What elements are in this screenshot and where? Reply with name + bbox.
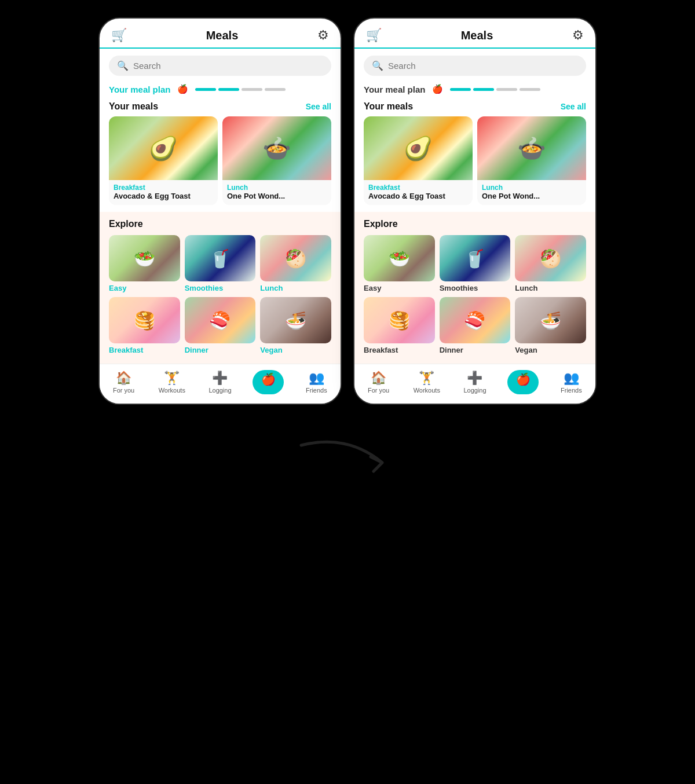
right-your-meals-header: Your meals See all <box>354 99 595 116</box>
explore-item-breakfast[interactable]: 🥞 Breakfast <box>109 297 180 354</box>
right-nav-label-workouts: Workouts <box>414 387 440 394</box>
search-icon: 🔍 <box>117 60 129 71</box>
explore-img-dinner: 🍣 <box>185 297 256 343</box>
right-lunch-image: 🥙 <box>515 235 586 281</box>
right-explore-label-dinner: Dinner <box>440 346 463 354</box>
meal-category-breakfast: Breakfast <box>114 184 213 192</box>
nav-label-logging: Logging <box>209 387 231 394</box>
nav-for-you[interactable]: 🏠 For you <box>107 371 141 394</box>
explore-item-lunch[interactable]: 🥙 Lunch <box>260 235 331 292</box>
right-see-all-button[interactable]: See all <box>561 102 586 111</box>
right-explore-item-easy[interactable]: 🥗 Easy <box>364 235 435 292</box>
right-vegan-image: 🍜 <box>515 297 586 343</box>
right-your-meals-title: Your meals <box>364 101 413 112</box>
right-search-icon: 🔍 <box>372 60 383 71</box>
right-progress-bar-1 <box>450 88 471 91</box>
right-meal-card-lunch[interactable]: Lunch One Pot Wond... <box>477 116 586 205</box>
right-explore-section: Explore 🥗 Easy 🥤 Smoothies <box>354 212 595 364</box>
right-filter-icon[interactable]: ⚙ <box>572 28 584 43</box>
right-cart-icon[interactable]: 🛒 <box>366 28 382 43</box>
right-explore-label-breakfast: Breakfast <box>364 346 398 354</box>
right-explore-img-dinner: 🍣 <box>440 297 511 343</box>
search-bar[interactable]: 🔍 <box>109 56 331 76</box>
nav-workouts[interactable]: 🏋 Workouts <box>155 371 189 394</box>
nav-label-meals: Meals <box>259 386 277 393</box>
breakfast-image: 🥞 <box>109 297 180 343</box>
meal-card-breakfast[interactable]: Breakfast Avocado & Egg Toast <box>109 116 218 205</box>
right-home-icon: 🏠 <box>371 371 386 386</box>
nav-label-workouts: Workouts <box>159 387 185 394</box>
left-phone: 🛒 Meals ⚙ 🔍 Your meal plan 🍎 <box>98 17 342 405</box>
right-nav-label-for-you: For you <box>368 387 389 394</box>
progress-bar-2 <box>218 88 239 91</box>
right-meal-image-pot <box>477 116 586 180</box>
explore-title: Explore <box>109 219 331 229</box>
nav-friends[interactable]: 👥 Friends <box>299 371 334 394</box>
right-explore-item-vegan[interactable]: 🍜 Vegan <box>515 297 586 354</box>
right-nav-for-you[interactable]: 🏠 For you <box>361 371 396 394</box>
right-explore-item-dinner[interactable]: 🍣 Dinner <box>440 297 511 354</box>
right-search-bar[interactable]: 🔍 <box>364 56 586 76</box>
right-meal-card-breakfast[interactable]: Breakfast Avocado & Egg Toast <box>364 116 473 205</box>
phones-row: 🛒 Meals ⚙ 🔍 Your meal plan 🍎 <box>93 0 602 411</box>
explore-item-smoothies[interactable]: 🥤 Smoothies <box>185 235 256 292</box>
your-meals-title: Your meals <box>109 101 158 112</box>
explore-item-easy[interactable]: 🥗 Easy <box>109 235 180 292</box>
logging-icon: ➕ <box>212 371 228 386</box>
right-meal-name-pot: One Pot Wond... <box>482 192 581 200</box>
filter-icon[interactable]: ⚙ <box>317 28 329 43</box>
workouts-icon: 🏋 <box>164 371 180 386</box>
right-meals-pill: 🍎 Meals <box>507 370 539 394</box>
right-explore-item-smoothies[interactable]: 🥤 Smoothies <box>440 235 511 292</box>
meal-image-avocado <box>109 116 218 180</box>
right-apple-icon: 🍎 <box>432 84 443 94</box>
meal-image-pot <box>222 116 331 180</box>
nav-meals[interactable]: 🍎 Meals <box>251 370 286 394</box>
right-meal-info-lunch: Lunch One Pot Wond... <box>477 180 586 205</box>
smoothie-image: 🥤 <box>185 235 256 281</box>
explore-item-vegan[interactable]: 🍜 Vegan <box>260 297 331 354</box>
right-explore-item-breakfast[interactable]: 🥞 Breakfast <box>364 297 435 354</box>
right-salad-image: 🥗 <box>364 235 435 281</box>
right-meal-category-breakfast: Breakfast <box>368 184 468 192</box>
right-phone-wrapper: 🛒 Meals ⚙ 🔍 Your meal plan 🍎 <box>348 12 602 411</box>
explore-item-dinner[interactable]: 🍣 Dinner <box>185 297 256 354</box>
right-nav-logging[interactable]: ➕ Logging <box>458 371 492 394</box>
explore-section: Explore 🥗 Easy 🥤 Smoothies <box>100 212 341 364</box>
right-meal-plan-row: Your meal plan 🍎 <box>354 83 595 99</box>
right-nav-label-friends: Friends <box>561 387 582 394</box>
your-meals-header: Your meals See all <box>100 99 341 116</box>
progress-bars <box>195 88 286 91</box>
right-nav-workouts[interactable]: 🏋 Workouts <box>409 371 444 394</box>
search-input[interactable] <box>133 61 323 71</box>
explore-img-lunch: 🥙 <box>260 235 331 281</box>
nav-logging[interactable]: ➕ Logging <box>203 371 237 394</box>
right-explore-item-lunch[interactable]: 🥙 Lunch <box>515 235 586 292</box>
right-breakfast-image: 🥞 <box>364 297 435 343</box>
arrow-svg <box>290 422 405 492</box>
meal-info-breakfast: Breakfast Avocado & Egg Toast <box>109 180 218 205</box>
see-all-button[interactable]: See all <box>306 102 331 111</box>
meal-info-lunch: Lunch One Pot Wond... <box>222 180 331 205</box>
right-workouts-icon: 🏋 <box>419 371 434 386</box>
meal-plan-label: Your meal plan <box>109 85 170 94</box>
right-meal-info-breakfast: Breakfast Avocado & Egg Toast <box>364 180 473 205</box>
right-search-input[interactable] <box>388 61 578 71</box>
explore-label-lunch: Lunch <box>260 284 283 292</box>
meal-card-lunch[interactable]: Lunch One Pot Wond... <box>222 116 331 205</box>
right-meals-icon: 🍎 <box>516 372 531 386</box>
progress-bar-4 <box>265 88 286 91</box>
explore-label-vegan: Vegan <box>260 346 282 354</box>
right-nav-friends[interactable]: 👥 Friends <box>554 371 588 394</box>
explore-img-easy: 🥗 <box>109 235 180 281</box>
meals-row: Breakfast Avocado & Egg Toast Lunch One … <box>100 116 341 212</box>
right-nav-meals[interactable]: 🍎 Meals <box>506 370 540 394</box>
right-explore-label-vegan: Vegan <box>515 346 537 354</box>
cart-icon[interactable]: 🛒 <box>111 28 127 43</box>
right-explore-img-easy: 🥗 <box>364 235 435 281</box>
arrow-area <box>0 411 695 515</box>
right-header: 🛒 Meals ⚙ <box>354 19 595 49</box>
right-smoothie-image: 🥤 <box>440 235 511 281</box>
left-phone-wrapper: 🛒 Meals ⚙ 🔍 Your meal plan 🍎 <box>93 12 348 411</box>
right-progress-bar-3 <box>496 88 517 91</box>
